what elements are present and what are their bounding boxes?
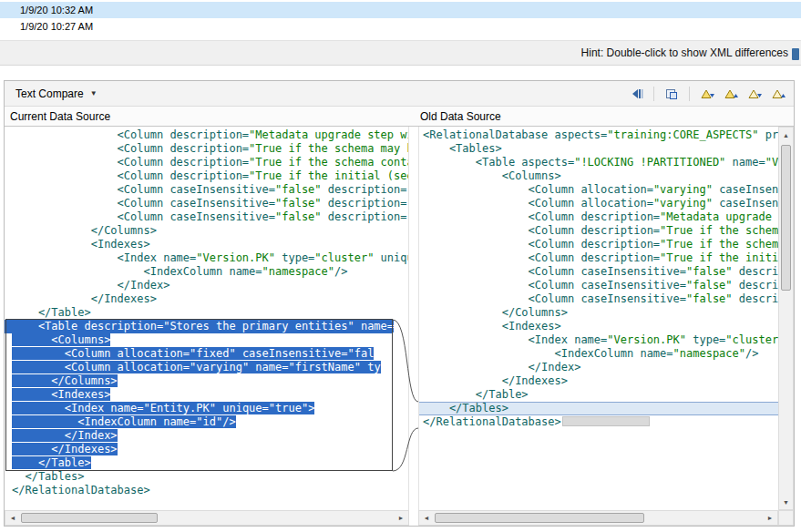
compare-mode-label: Text Compare	[15, 87, 84, 100]
code-line[interactable]: <IndexColumn name="id"/>	[12, 415, 392, 429]
code-line[interactable]: <Column description="Metadata upgrade st…	[423, 210, 775, 224]
hint-bar: Hint: Double-click to show XML differenc…	[0, 40, 801, 66]
code-line[interactable]: <Column description="True if the initial…	[12, 169, 392, 183]
left-horizontal-scrollbar-thumb[interactable]	[21, 513, 158, 523]
code-line[interactable]: </Index>	[12, 429, 392, 443]
pane-headers: Current Data Source Old Data Source	[5, 107, 794, 127]
code-line[interactable]: <Index name="Version.PK" type="cluster" …	[12, 251, 392, 265]
code-line[interactable]: </Table>	[12, 306, 392, 320]
history-row-label: 1/9/20 10:32 AM	[20, 5, 93, 15]
previous-change-icon[interactable]	[770, 87, 786, 101]
left-horizontal-scrollbar[interactable]: ◄ ►	[5, 510, 409, 526]
code-line[interactable]: <Columns>	[12, 333, 392, 347]
code-line[interactable]: <Column description="Metadata upgrade st…	[12, 128, 392, 142]
code-line[interactable]: <Column caseInsensitive="false" descript…	[423, 292, 775, 306]
code-line[interactable]: </Indexes>	[12, 292, 392, 306]
scroll-left-icon[interactable]: ◄	[419, 511, 434, 525]
next-change-icon[interactable]	[746, 87, 763, 101]
code-line[interactable]: <Column caseInsensitive="false" descript…	[12, 183, 392, 197]
copy-all-non-conflicting-icon[interactable]	[663, 87, 680, 101]
scrollbar-corner	[778, 510, 794, 526]
code-line[interactable]: </Table>	[12, 456, 392, 470]
code-pane-old[interactable]: <RelationalDatabase aspects="training:CO…	[418, 127, 778, 510]
history-row[interactable]: 1/9/20 10:32 AM	[0, 2, 801, 18]
left-pane-title: Current Data Source	[10, 110, 110, 123]
compare-direction-icon[interactable]	[628, 87, 644, 101]
right-horizontal-scrollbar-thumb[interactable]	[435, 513, 644, 523]
code-line[interactable]: <Table aspects="!LOCKING !PARTITIONED" n…	[423, 156, 775, 169]
code-line[interactable]: <RelationalDatabase aspects="training:CO…	[423, 128, 775, 142]
code-line[interactable]: <IndexColumn name="namespace"/>	[423, 347, 775, 361]
code-line[interactable]: <Column description="True if the schema …	[12, 142, 392, 156]
code-line[interactable]: <Column description="True if the schema …	[423, 224, 775, 238]
code-line[interactable]: <Column caseInsensitive="false" descript…	[423, 265, 775, 279]
right-horizontal-scrollbar[interactable]: ◄ ►	[418, 510, 778, 526]
hint-text: Hint: Double-click to show XML differenc…	[581, 46, 788, 59]
compare-panes: <Column description="Metadata upgrade st…	[5, 127, 794, 510]
code-line[interactable]: <Column allocation="fixed" caseInsensiti…	[12, 347, 392, 361]
selection-remnant	[562, 416, 650, 426]
code-line[interactable]: <Columns>	[423, 169, 775, 183]
code-line[interactable]: </RelationalDatabase>	[12, 484, 392, 497]
compare-toolbar-icons	[628, 87, 788, 101]
vertical-scrollbar-thumb[interactable]	[781, 145, 791, 291]
compare-toolbar: Text Compare ▼	[5, 81, 794, 107]
code-line[interactable]: </Columns>	[12, 374, 392, 388]
compare-mode-dropdown[interactable]: Text Compare ▼	[10, 86, 103, 102]
code-line[interactable]: </RelationalDatabase>	[423, 415, 775, 429]
code-pane-current[interactable]: <Column description="Metadata upgrade st…	[5, 127, 409, 510]
code-line[interactable]: </Columns>	[12, 224, 392, 238]
code-line[interactable]: </Table>	[423, 388, 775, 402]
code-line[interactable]: <Column allocation="varying" caseInsensi…	[423, 183, 775, 197]
toolbar-separator	[653, 87, 654, 101]
vertical-scrollbar[interactable]: ▲ ▼	[778, 127, 794, 510]
code-line[interactable]: <Column caseInsensitive="false" descript…	[423, 279, 775, 292]
code-line[interactable]: <IndexColumn name="namespace"/>	[12, 265, 392, 279]
history-list: 1/9/20 10:32 AM1/9/20 10:27 AM	[0, 2, 801, 35]
scroll-up-icon[interactable]: ▲	[779, 128, 793, 142]
code-line[interactable]: </Index>	[12, 279, 392, 292]
code-line[interactable]: <Indexes>	[12, 238, 392, 251]
horizontal-scrollbars: ◄ ► ◄ ►	[5, 510, 794, 526]
code-line[interactable]: <Index name="Version.PK" type="cluster" …	[423, 333, 775, 347]
code-line[interactable]: <Indexes>	[12, 388, 392, 402]
code-line[interactable]: </Columns>	[423, 306, 775, 320]
compare-editor: Text Compare ▼ C	[4, 80, 795, 527]
scroll-right-icon[interactable]: ►	[394, 511, 408, 525]
code-line[interactable]: <Table description="Stores the primary e…	[5, 320, 392, 333]
panel-icon	[792, 48, 799, 60]
code-line[interactable]: </Indexes>	[423, 374, 775, 388]
code-line[interactable]: </Index>	[423, 361, 775, 374]
code-line[interactable]: <Indexes>	[423, 320, 775, 333]
code-line[interactable]: <Column allocation="varying" name="first…	[12, 361, 392, 374]
code-line[interactable]: <Column allocation="varying" caseInsensi…	[423, 197, 775, 210]
scroll-down-icon[interactable]: ▼	[779, 495, 793, 509]
next-difference-icon[interactable]	[699, 87, 715, 101]
code-line[interactable]: </Tables>	[419, 402, 778, 415]
code-line[interactable]: <Column caseInsensitive="false" descript…	[12, 210, 392, 224]
scroll-right-icon[interactable]: ►	[763, 511, 777, 525]
code-line[interactable]: <Column description="True if the schema …	[423, 238, 775, 251]
code-line[interactable]: </Indexes>	[12, 443, 392, 456]
code-line[interactable]: <Tables>	[423, 142, 775, 156]
right-pane-title: Old Data Source	[420, 110, 501, 123]
code-line[interactable]: <Column description="True if the schema …	[12, 156, 392, 169]
code-line[interactable]: <Column description="True if the initial…	[423, 251, 775, 265]
scroll-left-icon[interactable]: ◄	[5, 511, 20, 525]
code-line[interactable]: </Tables>	[12, 470, 392, 484]
previous-difference-icon[interactable]	[723, 87, 739, 101]
toolbar-separator	[689, 87, 690, 101]
history-row-label: 1/9/20 10:27 AM	[20, 21, 93, 32]
code-line[interactable]: <Index name="Entity.PK" unique="true">	[12, 402, 392, 415]
chevron-down-icon: ▼	[90, 89, 98, 97]
code-line[interactable]: <Column caseInsensitive="false" descript…	[12, 197, 392, 210]
history-row[interactable]: 1/9/20 10:27 AM	[0, 18, 801, 35]
